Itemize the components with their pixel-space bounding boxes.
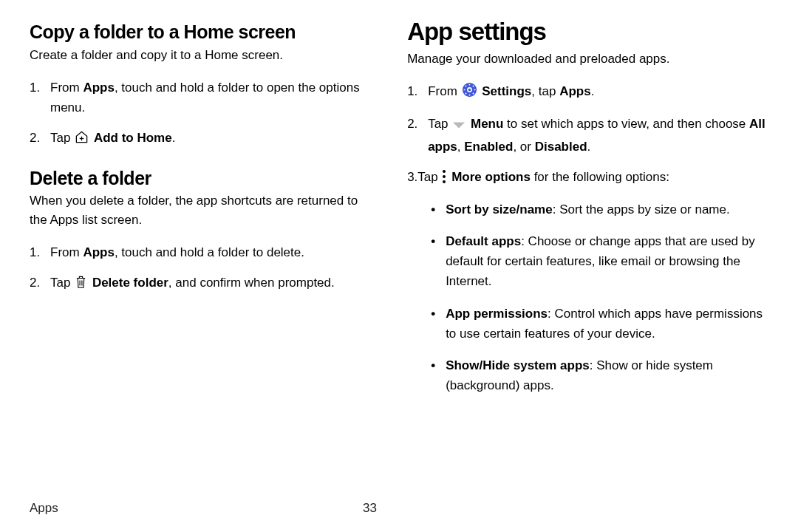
- text-fragment: From: [50, 81, 83, 95]
- steps-delete-folder: 1. From Apps, touch and hold a folder to…: [30, 242, 376, 295]
- text-fragment: , and confirm when prompted.: [168, 276, 335, 290]
- intro-app-settings: Manage your downloaded and preloaded app…: [407, 50, 768, 69]
- bold-delete-folder: Delete folder: [92, 276, 168, 290]
- bold-apps: Apps: [83, 245, 115, 259]
- intro-delete-folder: When you delete a folder, the app shortc…: [30, 191, 376, 229]
- text-fragment: , touch and hold a folder to delete.: [115, 245, 304, 259]
- step-2: 2. Tap Menu to set which apps to view, a…: [407, 114, 768, 156]
- bold-label: Default apps: [446, 234, 521, 248]
- bold-label: App permissions: [446, 307, 548, 321]
- text-fragment: .: [591, 84, 595, 98]
- text-fragment: Tap: [428, 117, 451, 131]
- right-column: App settings Manage your downloaded and …: [407, 22, 768, 488]
- steps-copy-folder: 1. From Apps, touch and hold a folder to…: [30, 78, 376, 151]
- chevron-down-icon: [452, 116, 466, 136]
- step-3: 3. Tap More options for the following op…: [407, 167, 768, 408]
- bold-apps: Apps: [83, 81, 115, 95]
- text-fragment: for the following options:: [531, 170, 669, 184]
- trash-icon: [75, 275, 87, 295]
- text-fragment: Tap: [50, 276, 74, 290]
- home-plus-icon: [75, 130, 89, 150]
- footer-page-number: 33: [363, 501, 377, 516]
- bullet-marker: •: [428, 200, 446, 219]
- bullet-text: Default apps: Choose or change apps that…: [446, 231, 768, 292]
- bullet-marker: •: [428, 231, 446, 292]
- bullet-text: Show/Hide system apps: Show or hide syst…: [446, 355, 768, 395]
- step-number: 2.: [407, 114, 428, 156]
- two-column-layout: Copy a folder to a Home screen Create a …: [30, 22, 768, 488]
- text-fragment: : Sort the apps by size or name.: [553, 202, 730, 216]
- bold-disabled: Disabled: [535, 140, 587, 154]
- step-text: From Apps, touch and hold a folder to de…: [50, 242, 304, 262]
- step-text: Tap Menu to set which apps to view, and …: [428, 114, 768, 156]
- bold-add-to-home: Add to Home: [94, 131, 172, 145]
- bold-apps: Apps: [559, 84, 591, 98]
- svg-point-7: [443, 175, 446, 178]
- text-fragment: , or: [513, 140, 534, 154]
- bold-label: Show/Hide system apps: [446, 358, 590, 372]
- bullet-text: App permissions: Control which apps have…: [446, 304, 768, 344]
- more-options-icon: [442, 169, 446, 189]
- step-2: 2. Tap Delete folder, and confirm when p…: [30, 273, 376, 295]
- svg-point-6: [443, 170, 446, 173]
- step-number: 3.: [407, 167, 417, 189]
- text-fragment: to set which apps to view, and then choo…: [503, 117, 749, 131]
- bullet-marker: •: [428, 355, 446, 395]
- step-1: 1. From Settings, tap Apps.: [407, 81, 768, 103]
- sub-bullets: • Sort by size/name: Sort the apps by si…: [428, 200, 768, 408]
- step-number: 1.: [30, 78, 50, 117]
- step-1: 1. From Apps, touch and hold a folder to…: [30, 242, 376, 262]
- bullet-marker: •: [428, 304, 446, 344]
- text-fragment: , tap: [531, 84, 559, 98]
- step-number: 1.: [407, 81, 428, 103]
- step-number: 1.: [30, 242, 50, 262]
- step-2: 2. Tap Add to Home.: [30, 128, 376, 150]
- left-column: Copy a folder to a Home screen Create a …: [30, 22, 376, 488]
- text-fragment: .: [587, 140, 591, 154]
- text-fragment: From: [428, 84, 460, 98]
- step-number: 2.: [30, 273, 50, 295]
- intro-copy-folder: Create a folder and copy it to a Home sc…: [30, 46, 376, 65]
- text-fragment: .: [172, 131, 176, 145]
- bullet-permissions: • App permissions: Control which apps ha…: [428, 304, 768, 344]
- step-text: Tap Add to Home.: [50, 128, 175, 150]
- page-footer: Apps 33: [30, 501, 377, 516]
- step-text: Tap More options for the following optio…: [417, 167, 669, 189]
- step-text: From Apps, touch and hold a folder to op…: [50, 78, 376, 117]
- text-fragment: Tap: [50, 131, 74, 145]
- bullet-show-hide: • Show/Hide system apps: Show or hide sy…: [428, 355, 768, 395]
- heading-copy-folder: Copy a folder to a Home screen: [30, 22, 376, 43]
- steps-app-settings: 1. From Settings, tap Apps. 2. Tap Menu …: [407, 81, 768, 407]
- footer-section: Apps: [30, 501, 58, 516]
- step-number: 2.: [30, 128, 50, 150]
- bullet-sort: • Sort by size/name: Sort the apps by si…: [428, 200, 768, 219]
- bullet-default-apps: • Default apps: Choose or change apps th…: [428, 231, 768, 292]
- step-text: Tap Delete folder, and confirm when prom…: [50, 273, 335, 295]
- text-fragment: ,: [457, 140, 464, 154]
- bold-menu: Menu: [471, 117, 503, 131]
- text-fragment: From: [50, 245, 83, 259]
- bold-enabled: Enabled: [464, 140, 513, 154]
- settings-gear-icon: [462, 82, 477, 103]
- bold-label: Sort by size/name: [446, 202, 553, 216]
- heading-app-settings: App settings: [407, 19, 768, 45]
- heading-delete-folder: Delete a folder: [30, 168, 376, 189]
- step-1: 1. From Apps, touch and hold a folder to…: [30, 78, 376, 117]
- step-text: From Settings, tap Apps.: [428, 81, 594, 103]
- bold-more-options: More options: [451, 170, 531, 184]
- text-fragment: Tap: [417, 170, 441, 184]
- svg-point-8: [443, 180, 446, 183]
- bullet-text: Sort by size/name: Sort the apps by size…: [446, 200, 730, 219]
- bold-settings: Settings: [482, 84, 531, 98]
